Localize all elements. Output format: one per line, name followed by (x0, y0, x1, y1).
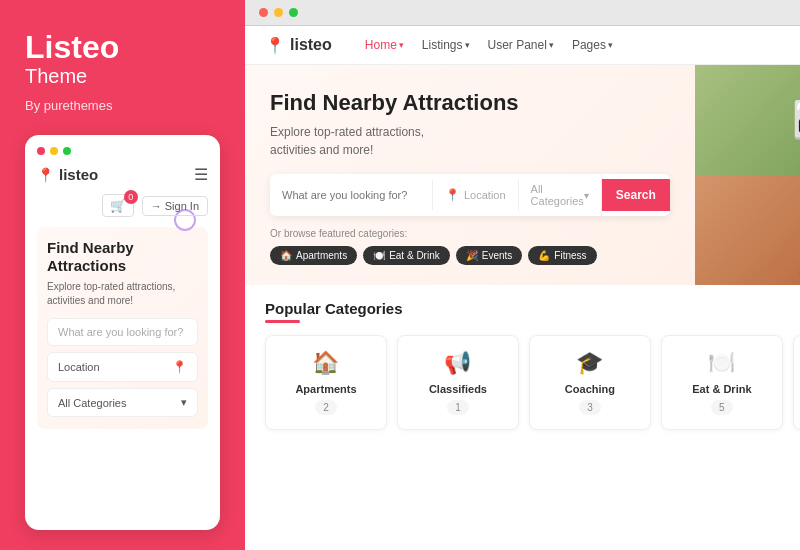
cat-tag-eat-label: Eat & Drink (389, 250, 440, 261)
section-underline (265, 320, 300, 323)
categories-grid: 🏠 Apartments 2 📢 Classifieds 1 🎓 Coachin… (265, 335, 800, 430)
cat-card-eat-drink[interactable]: 🍽️ Eat & Drink 5 (661, 335, 783, 430)
cat-tag-events-icon: 🎉 (466, 250, 478, 261)
mobile-dot-green (63, 147, 71, 155)
nav-home-label: Home (365, 38, 397, 52)
browser-chrome (245, 0, 800, 26)
cat-classifieds-icon: 📢 (444, 350, 471, 376)
browser-content: 📍 listeo Home ▾ Listings ▾ User Panel ▾ … (245, 26, 800, 550)
cat-eat-icon: 🍽️ (708, 350, 735, 376)
cat-tag-events-label: Events (482, 250, 513, 261)
cat-eat-count: 5 (711, 400, 733, 415)
mobile-hero-title: Find Nearby Attractions (47, 239, 198, 275)
mobile-logo-pin-icon: 📍 (37, 167, 54, 183)
featured-categories: Or browse featured categories: 🏠 Apartme… (270, 228, 670, 265)
cat-card-events[interactable]: 🎉 Events 1 (793, 335, 800, 430)
cat-coaching-name: Coaching (565, 383, 615, 395)
cat-apartments-count: 2 (315, 400, 337, 415)
mobile-location-pin-icon: 📍 (172, 360, 187, 374)
right-panel: 📍 listeo Home ▾ Listings ▾ User Panel ▾ … (245, 0, 800, 550)
hero-left: Find Nearby Attractions Explore top-rate… (245, 65, 695, 285)
browser-dot-green (289, 8, 298, 17)
cat-tag-events[interactable]: 🎉 Events (456, 246, 523, 265)
mobile-signin-button[interactable]: → Sign In (142, 196, 208, 216)
nav-item-user-panel[interactable]: User Panel ▾ (480, 34, 562, 56)
nav-item-listings[interactable]: Listings ▾ (414, 34, 478, 56)
cat-tag-apartments-icon: 🏠 (280, 250, 292, 261)
mobile-topbar: 🛒 0 → Sign In (37, 194, 208, 217)
mobile-mockup: 📍 listeo ☰ 🛒 0 → Sign In Find Nearby Att… (25, 135, 220, 530)
mobile-signin-icon: → (151, 200, 162, 212)
mobile-category-select[interactable]: All Categories ▾ (47, 388, 198, 417)
nav-item-home[interactable]: Home ▾ (357, 34, 412, 56)
mobile-search-input[interactable]: What are you looking for? (47, 318, 198, 346)
mobile-dot-red (37, 147, 45, 155)
popular-section-title: Popular Categories (265, 300, 800, 317)
featured-label: Or browse featured categories: (270, 228, 670, 239)
nav-home-chevron-icon: ▾ (399, 40, 404, 50)
site-logo: 📍 listeo (265, 36, 332, 55)
cat-apartments-icon: 🏠 (312, 350, 339, 376)
cat-tag-fitness[interactable]: 💪 Fitness (528, 246, 596, 265)
search-bar: 📍 Location All Categories ▾ Search (270, 174, 670, 216)
location-pin-icon: 📍 (445, 188, 460, 202)
cat-coaching-count: 3 (579, 400, 601, 415)
site-logo-text: listeo (290, 36, 332, 54)
category-tags: 🏠 Apartments 🍽️ Eat & Drink 🎉 Events (270, 246, 670, 265)
cat-card-apartments[interactable]: 🏠 Apartments 2 (265, 335, 387, 430)
cat-tag-eat-icon: 🍽️ (373, 250, 385, 261)
mobile-cart-button[interactable]: 🛒 0 (102, 194, 134, 217)
hero-image-bottom: 📱 (695, 175, 800, 285)
nav-pages-chevron-icon: ▾ (608, 40, 613, 50)
mobile-cart-badge: 0 (124, 190, 138, 204)
nav-user-panel-label: User Panel (488, 38, 547, 52)
mobile-location-text: Location (58, 361, 100, 373)
mobile-dot-yellow (50, 147, 58, 155)
cat-tag-apartments[interactable]: 🏠 Apartments (270, 246, 357, 265)
cat-apartments-name: Apartments (295, 383, 356, 395)
mobile-category-chevron-icon: ▾ (181, 396, 187, 409)
hero-images: 👨‍👩‍👧 📱 (695, 65, 800, 285)
mobile-hero-subtitle: Explore top-rated attractions, activitie… (47, 280, 198, 308)
site-header: 📍 listeo Home ▾ Listings ▾ User Panel ▾ … (245, 26, 800, 65)
site-logo-pin-icon: 📍 (265, 36, 285, 55)
mobile-signin-label: Sign In (165, 200, 199, 212)
search-button[interactable]: Search (602, 179, 670, 211)
cat-eat-name: Eat & Drink (692, 383, 751, 395)
cat-classifieds-count: 1 (447, 400, 469, 415)
brand-subtitle: Theme (25, 65, 220, 88)
hero-right: ▷ 👨‍👩‍👧 📱 (695, 65, 800, 285)
cat-tag-apartments-label: Apartments (296, 250, 347, 261)
cat-coaching-icon: 🎓 (576, 350, 603, 376)
site-nav: Home ▾ Listings ▾ User Panel ▾ Pages ▾ (357, 34, 800, 56)
hamburger-icon[interactable]: ☰ (194, 165, 208, 184)
cat-tag-fitness-label: Fitness (554, 250, 586, 261)
hero-image-top: 👨‍👩‍👧 (695, 65, 800, 175)
location-text: Location (464, 189, 506, 201)
cat-tag-eat-drink[interactable]: 🍽️ Eat & Drink (363, 246, 450, 265)
nav-item-pages[interactable]: Pages ▾ (564, 34, 621, 56)
nav-listings-label: Listings (422, 38, 463, 52)
hero-subtitle: Explore top-rated attractions, activitie… (270, 123, 470, 159)
category-dropdown[interactable]: All Categories ▾ (519, 174, 602, 216)
search-input[interactable] (270, 180, 433, 210)
hero-title: Find Nearby Attractions (270, 90, 670, 116)
mobile-category-label: All Categories (58, 397, 126, 409)
mobile-location-input[interactable]: Location 📍 (47, 352, 198, 382)
browser-dot-yellow (274, 8, 283, 17)
mobile-nav: 📍 listeo ☰ (37, 165, 208, 184)
nav-listings-chevron-icon: ▾ (465, 40, 470, 50)
mobile-logo-text: listeo (59, 166, 98, 183)
location-field[interactable]: 📍 Location (433, 179, 519, 211)
mobile-logo: 📍 listeo (37, 166, 98, 183)
cat-card-classifieds[interactable]: 📢 Classifieds 1 (397, 335, 519, 430)
hero-section: Find Nearby Attractions Explore top-rate… (245, 65, 800, 285)
brand-by: By purethemes (25, 98, 220, 113)
cat-classifieds-name: Classifieds (429, 383, 487, 395)
category-label: All Categories (531, 183, 584, 207)
mobile-hero: Find Nearby Attractions Explore top-rate… (37, 227, 208, 429)
browser-dot-red (259, 8, 268, 17)
cat-card-coaching[interactable]: 🎓 Coaching 3 (529, 335, 651, 430)
mobile-dots (37, 147, 208, 155)
nav-pages-label: Pages (572, 38, 606, 52)
